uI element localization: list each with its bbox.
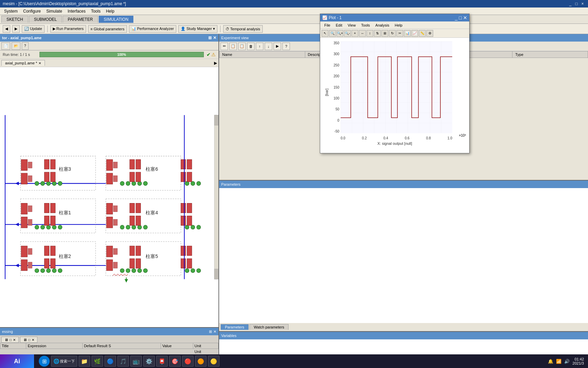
notify-icon[interactable]: 🔔 [548,359,553,364]
panel-close-icon[interactable]: ✕ [213,35,216,40]
taskbar-app9-btn[interactable]: 🟠 [195,356,207,367]
forward-button[interactable]: ▶ [12,25,20,33]
svg-rect-109 [181,216,186,226]
exp-btn-4[interactable]: ↑ [256,43,263,50]
menu-tools[interactable]: Tools [88,8,103,14]
exp-btn-5[interactable]: ↓ [265,43,272,50]
plot-tool-chart[interactable]: 📊 [404,30,411,37]
diagram-tab-close[interactable]: ✕ [38,61,41,65]
temporal-analysis-button[interactable]: ⏱ Temporal analysis [223,25,263,33]
taskbar-folder-btn[interactable]: 📁 [79,356,90,367]
plot-tool-line[interactable]: 📈 [411,30,418,37]
plot-menu-view[interactable]: View [345,22,359,28]
tab-submodel[interactable]: SUBMODEL [29,16,62,23]
menu-interfaces[interactable]: Interfaces [65,8,88,14]
network-icon[interactable]: 📶 [556,359,561,364]
taskbar-app3-btn[interactable]: 🎵 [117,356,129,367]
plot-tool-extra[interactable]: ⚙ [426,30,433,37]
plot-tool-zoom-in[interactable]: 🔍+ [337,30,343,37]
plot-tool-pan-v[interactable]: ↕ [366,30,373,37]
plot-menu-file[interactable]: File [322,22,333,28]
result-expand-icon[interactable]: ⊞ [209,329,212,334]
taskbar-app5-btn[interactable]: ⚙️ [143,356,155,367]
params-tab-1[interactable]: Parameters [220,324,249,330]
diagram-tab-pump[interactable]: axial_pump1.ame * ✕ [1,60,45,66]
bw-tab-close-1[interactable]: □ [10,338,12,342]
exp-btn-delete[interactable]: 🗑 [247,43,255,50]
close-button[interactable]: × [580,1,585,6]
plot-tool-search[interactable]: 🔍 [329,30,336,37]
menu-configure[interactable]: Configure [20,8,44,14]
back-button[interactable]: ◀ [3,25,10,33]
plot-menu-analysis[interactable]: Analysis [373,22,392,28]
taskbar-app7-btn[interactable]: 🎯 [169,356,181,367]
plot-tool-zoom-out[interactable]: 🔍- [344,30,351,37]
update-button[interactable]: 🔄 Update [22,25,45,33]
plot-menu-help[interactable]: Help [392,22,405,28]
global-parameters-button[interactable]: ≡ Global parameters [88,25,127,33]
run-parameters-button[interactable]: ▶ Run Parameters [50,25,86,33]
study-manager-button[interactable]: 👤 Study Manager ▾ [178,25,217,33]
system-tray: 🔔 📶 🔊 01:42 2021/3 [548,357,587,365]
plot-title-controls[interactable]: _ □ ✕ [455,15,467,20]
plot-tool-scroll[interactable]: ⇅ [374,30,381,37]
taskbar-start-btn[interactable]: ⊞ [39,356,50,367]
ai-badge[interactable]: Ai [0,354,34,368]
bw-tab-1[interactable]: 🖥 □ ✕ [1,337,19,343]
taskbar-app1-btn[interactable]: 🌿 [92,356,103,367]
plot-tool-refresh[interactable]: ↻ [389,30,396,37]
plot-close-button[interactable]: ✕ [463,15,467,20]
tab-parameter[interactable]: PARAMETER [63,16,98,23]
bw-tab-x-2[interactable]: ✕ [32,338,34,342]
bw-tab-x-1[interactable]: ✕ [13,338,16,342]
volume-icon[interactable]: 🔊 [564,359,570,364]
window-controls[interactable]: _ □ × [568,1,585,6]
taskbar-app2-btn[interactable]: 🔵 [104,356,116,367]
plot-tool-cut[interactable]: ✂ [396,30,403,37]
plot-tool-pan-h[interactable]: ↔ [359,30,366,37]
diagram-scroll-right[interactable]: ▶ [214,61,217,65]
menu-system[interactable]: System [1,8,20,14]
menu-help[interactable]: Help [103,8,117,14]
plot-menu-tools[interactable]: Tools [358,22,373,28]
help-icon-button[interactable]: ? [22,42,29,50]
app9-icon: 🟠 [197,358,204,365]
clock-display[interactable]: 01:42 2021/3 [572,357,584,365]
svg-rect-108 [187,203,192,213]
plot-tool-measure[interactable]: 📏 [419,30,426,37]
exp-btn-2[interactable]: 📋 [229,43,237,50]
params-tab-2[interactable]: Watch parameters [249,324,289,330]
performance-analyzer-button[interactable]: 📊 Performance Analyzer [129,25,176,33]
menu-simulate[interactable]: Simulate [44,8,65,14]
taskbar-app6-btn[interactable]: 📮 [156,356,168,367]
svg-rect-93 [44,259,49,268]
bw-tab-2[interactable]: 🖥 □ ✕ [20,337,37,343]
minimize-button[interactable]: _ [568,1,573,6]
exp-btn-6[interactable]: ▶ [274,43,281,50]
taskbar-app10-btn[interactable]: 🟡 [208,356,219,367]
tab-simulation[interactable]: SIMULATION [99,16,133,23]
plot-tool-arrow[interactable]: ↖ [322,30,328,37]
exp-btn-1[interactable]: ✏ [220,43,228,50]
new-button[interactable]: 📄 [1,42,10,50]
plot-tool-crosshair[interactable]: + [352,30,358,37]
taskbar-explorer-btn[interactable]: 🌐 搜索一下 [51,356,77,367]
maximize-button[interactable]: □ [574,1,579,6]
panel-expand-icon[interactable]: ⊞ [208,35,212,40]
taskbar-app8-btn[interactable]: 🔴 [182,356,194,367]
plot-menu-edit[interactable]: Edit [333,22,345,28]
plot-minimize-button[interactable]: _ [455,15,458,20]
result-close-icon[interactable]: ✕ [213,329,216,334]
plot-maximize-button[interactable]: □ [459,15,462,20]
plot-tool-grid[interactable]: ⊞ [381,30,388,37]
result-header-title: essing [2,329,13,334]
exp-btn-help[interactable]: ? [282,43,290,50]
diagram-canvas[interactable]: 柱塞1 柱塞2 柱塞3 [0,67,218,327]
panel-controls[interactable]: ⊞ ✕ [208,35,216,40]
exp-btn-3[interactable]: 📋 [238,43,246,50]
taskbar-app4-btn[interactable]: 📺 [130,356,142,367]
col-unit: Unit [193,343,218,349]
tab-sketch[interactable]: SKETCH [1,16,28,23]
open-button[interactable]: 📂 [12,42,20,50]
bw-tab-close-2[interactable]: □ [28,338,30,342]
